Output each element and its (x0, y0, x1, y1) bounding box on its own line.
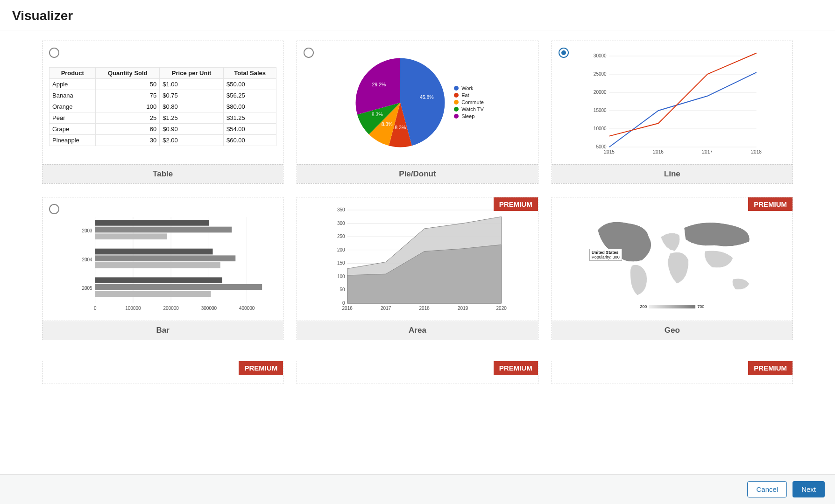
svg-text:25000: 25000 (594, 71, 607, 77)
card-pie[interactable]: 45.8%8.3%8.3%8.3%29.2% WorkEatCommuteWat… (297, 41, 538, 184)
premium-badge-area: PREMIUM (494, 197, 538, 211)
pie-legend: WorkEatCommuteWatch TVSleep (454, 85, 484, 120)
card-label-table: Table (42, 164, 283, 183)
area-chart: 0501001502002503003502016201720182019202… (304, 203, 531, 315)
chart-type-grid: ProductQuantity SoldPrice per UnitTotal … (0, 30, 835, 350)
pie-chart: 45.8%8.3%8.3%8.3%29.2% (351, 54, 449, 152)
svg-text:2019: 2019 (458, 306, 468, 311)
svg-text:50: 50 (340, 287, 346, 292)
card-area[interactable]: PREMIUM 05010015020025030035020162017201… (297, 197, 538, 340)
svg-text:29.2%: 29.2% (372, 82, 386, 87)
svg-text:250: 250 (337, 234, 345, 239)
svg-text:2003: 2003 (82, 228, 92, 233)
card-label-line: Line (552, 164, 793, 183)
radio-table[interactable] (49, 48, 59, 58)
svg-text:100: 100 (337, 274, 345, 279)
svg-text:15000: 15000 (594, 108, 607, 113)
premium-badge-geo: PREMIUM (748, 197, 793, 211)
geo-tooltip: United States Popularity: 300 (589, 249, 622, 261)
partial-card-3[interactable]: PREMIUM (552, 361, 793, 384)
svg-text:2020: 2020 (496, 306, 507, 311)
svg-text:45.8%: 45.8% (420, 94, 434, 100)
svg-text:2015: 2015 (604, 149, 615, 154)
premium-badge-p2: PREMIUM (494, 361, 538, 375)
svg-text:100000: 100000 (125, 306, 141, 311)
radio-line[interactable] (559, 48, 569, 58)
partial-card-2[interactable]: PREMIUM (297, 361, 538, 384)
svg-text:5000: 5000 (596, 144, 607, 149)
card-label-area: Area (297, 321, 538, 340)
bar-chart: 2003200420050100000200000300000400000 (49, 203, 276, 315)
svg-text:300000: 300000 (201, 306, 217, 311)
svg-text:8.3%: 8.3% (382, 121, 393, 127)
svg-rect-28 (95, 233, 167, 239)
card-label-geo: Geo (552, 321, 793, 340)
premium-badge-p1: PREMIUM (239, 361, 283, 375)
svg-rect-34 (95, 291, 211, 297)
svg-text:2005: 2005 (82, 286, 92, 291)
card-line[interactable]: 5000100001500020000250003000020152016201… (552, 41, 793, 184)
svg-text:150: 150 (337, 260, 345, 266)
premium-badge-p3: PREMIUM (748, 361, 793, 375)
svg-text:2017: 2017 (702, 149, 713, 154)
partial-row: PREMIUM PREMIUM PREMIUM (0, 350, 835, 394)
card-bar[interactable]: 2003200420050100000200000300000400000 Ba… (42, 197, 283, 340)
svg-text:2016: 2016 (653, 149, 664, 154)
radio-bar[interactable] (49, 204, 59, 214)
svg-text:0: 0 (342, 301, 345, 306)
svg-text:8.3%: 8.3% (395, 125, 406, 130)
svg-rect-33 (95, 284, 262, 290)
card-label-pie: Pie/Donut (297, 164, 538, 183)
svg-text:20000: 20000 (594, 90, 607, 95)
page-title: Visualizer (12, 8, 823, 23)
svg-text:30000: 30000 (594, 53, 607, 58)
svg-rect-27 (95, 227, 232, 233)
svg-text:10000: 10000 (594, 126, 607, 131)
svg-rect-31 (95, 262, 220, 268)
svg-text:400000: 400000 (239, 306, 255, 311)
svg-text:8.3%: 8.3% (372, 112, 383, 117)
svg-text:350: 350 (337, 207, 345, 212)
svg-text:0: 0 (94, 306, 97, 311)
svg-rect-29 (95, 249, 213, 255)
svg-text:200000: 200000 (163, 306, 179, 311)
card-table[interactable]: ProductQuantity SoldPrice per UnitTotal … (42, 41, 283, 184)
svg-text:300: 300 (337, 221, 345, 226)
svg-text:2018: 2018 (419, 306, 430, 311)
card-label-bar: Bar (42, 321, 283, 340)
svg-text:2017: 2017 (381, 306, 391, 311)
svg-rect-32 (95, 277, 222, 283)
card-geo[interactable]: PREMIUM United States Popularity: 300 20… (552, 197, 793, 340)
svg-text:2004: 2004 (82, 257, 92, 262)
svg-rect-30 (95, 255, 236, 261)
geo-scale: 200 700 (640, 304, 704, 309)
table-preview: ProductQuantity SoldPrice per UnitTotal … (49, 67, 276, 146)
svg-rect-26 (95, 220, 209, 226)
partial-card-1[interactable]: PREMIUM (42, 361, 283, 384)
svg-text:2016: 2016 (342, 306, 353, 311)
line-chart: 5000100001500020000250003000020152016201… (559, 47, 786, 159)
svg-text:200: 200 (337, 247, 345, 252)
svg-text:2018: 2018 (751, 149, 762, 154)
